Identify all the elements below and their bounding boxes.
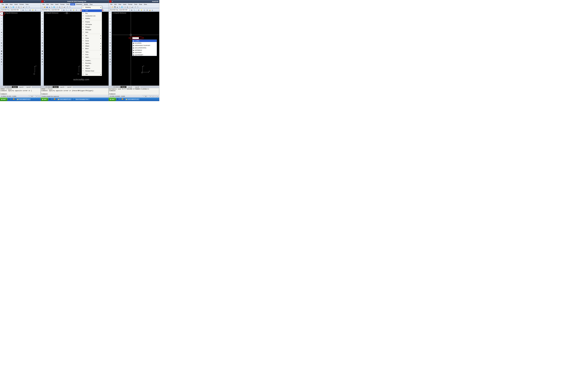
autocomplete-item[interactable]: ▦LA (LAYER) (132, 42, 157, 44)
tab-nav-next[interactable]: ▶ (8, 86, 10, 88)
draw-menu-item-circle[interactable]: ◇Circle▸ (82, 37, 102, 40)
menu-dimension[interactable]: Dimension (75, 3, 83, 6)
circle-tool-icon[interactable]: ○ (109, 28, 111, 30)
layout-tab-1[interactable]: Layout1 (126, 86, 134, 88)
plot-preview-icon[interactable]: 🔍 (51, 6, 53, 8)
new-icon[interactable] (41, 6, 44, 8)
tab-nav-last[interactable]: ⏭ (10, 86, 12, 88)
lwt-icon[interactable]: ≡ (154, 95, 156, 97)
menu-dimension[interactable]: Dime (143, 3, 148, 6)
new-icon[interactable] (109, 6, 111, 8)
tab-nav-first[interactable]: ⏮ (46, 86, 47, 88)
draw-menu-item-block[interactable]: ◇Block▸ (82, 47, 102, 50)
cut-icon[interactable]: ✂ (16, 6, 18, 8)
draw-menu-item-ray[interactable]: ◇Ray (82, 12, 102, 14)
ws-tool-icon[interactable]: 🔧 (66, 9, 68, 11)
paste-icon[interactable]: 📋 (61, 6, 63, 8)
autocomplete-item[interactable]: ▦L (LINE) (132, 40, 157, 42)
menu-edit[interactable]: Edit (5, 3, 9, 6)
menu-view[interactable]: View (9, 3, 14, 6)
ql-app-icon[interactable]: 🟠 (122, 98, 124, 100)
viewport[interactable]: [−] [Top] [2D Wireframe] Y (3, 12, 41, 86)
menu-modify[interactable]: Modify (83, 3, 89, 6)
command-window[interactable]: Automatic save to C:\DOCUME~1\THANHD~1\L… (109, 88, 159, 95)
spline-tool-icon[interactable]: ∿ (109, 34, 111, 36)
layer-prop-icon[interactable]: ☰ (29, 9, 31, 11)
menu-param[interactable]: Para (89, 3, 93, 6)
draw-menu-item-modeling[interactable]: ◇Modeling▸ (82, 6, 102, 8)
menu-tools[interactable]: Tools (133, 3, 138, 6)
taskbar-item-documents[interactable]: 📁DOCUMENTS (D:) (125, 98, 140, 101)
menubar[interactable]: File Edit View Insert Format Tools Draw … (41, 3, 108, 6)
arc-tool-icon[interactable]: ⌒ (109, 26, 111, 28)
arc-tool-icon[interactable]: ⌒ (0, 26, 3, 28)
print-icon[interactable]: 🖨 (116, 6, 118, 8)
publish-icon[interactable]: 🌐 (121, 6, 123, 8)
addselected-icon[interactable]: ◦+ (109, 63, 111, 66)
draw-menu-item-region[interactable]: ◇Region (82, 64, 102, 67)
draw-menu-item-hatch-[interactable]: ◇Hatch... (82, 56, 102, 58)
view-label[interactable]: [−] [Top] [2D Wireframe] (44, 12, 58, 14)
save-icon[interactable] (5, 6, 7, 8)
xline-tool-icon[interactable]: ⟋ (41, 15, 44, 17)
hatch-tool-icon[interactable]: ▦ (109, 50, 111, 52)
gradient-tool-icon[interactable]: ◧ (41, 52, 44, 55)
open-icon[interactable] (3, 6, 5, 8)
point-tool-icon[interactable]: • (109, 47, 111, 50)
ellipse-tool-icon[interactable]: ⬭ (41, 36, 44, 39)
circle-tool-icon[interactable]: ○ (41, 28, 44, 30)
copy-icon[interactable]: ⿻ (18, 6, 20, 8)
mtext-tool-icon[interactable]: A (109, 61, 111, 63)
save-icon[interactable]: 💾 (114, 6, 116, 8)
ortho-icon[interactable]: ⌐ (147, 95, 149, 97)
layer-light-icon[interactable]: 💡 (32, 9, 34, 11)
layer-light-icon[interactable]: 💡 (140, 9, 142, 11)
autocomplete-item[interactable]: ▦LASTPROMPT (132, 54, 157, 56)
arc-tool-icon[interactable]: ⌒ (41, 26, 44, 28)
insert-block-icon[interactable]: ⊞ (0, 42, 3, 44)
paste-icon[interactable]: 📋 (20, 6, 22, 8)
qat-dropdown-icon[interactable]: ▾ (112, 1, 113, 2)
make-block-icon[interactable]: ◫ (109, 44, 111, 47)
start-button[interactable]: ⊞start (41, 98, 48, 101)
menubar[interactable]: File Edit View Insert Format Tools (0, 3, 41, 6)
ql-desktop-icon[interactable]: 🖥 (8, 98, 10, 100)
plot-preview-icon[interactable]: 🔍 (118, 6, 121, 8)
draw-menu-item-point[interactable]: ◇Point▸ (82, 53, 102, 56)
layout-tab-model[interactable]: Model (52, 86, 59, 88)
rectangle-tool-icon[interactable]: ▭ (41, 23, 44, 25)
region-tool-icon[interactable]: ◱ (41, 55, 44, 58)
ql-desktop-icon[interactable]: 🖥 (117, 98, 119, 100)
autocomplete-item[interactable]: ▦LASTANGLE (132, 49, 157, 52)
line-tool-icon[interactable]: ╱ (41, 12, 44, 14)
layer-prop-icon[interactable]: ☰ (70, 9, 72, 11)
tab-nav-prev[interactable]: ◀ (115, 86, 117, 88)
taskbar-item-documents[interactable]: 📁DOCUMENTS (D:) (57, 98, 72, 101)
hatch-tool-icon[interactable]: ▦ (0, 50, 3, 52)
tab-nav-prev[interactable]: ◀ (6, 86, 8, 88)
polygon-tool-icon[interactable]: ⬠ (109, 20, 111, 22)
menu-edit[interactable]: Edit (113, 3, 118, 6)
workspace-combo[interactable]: AutoCAD Clas...AutoCAD 200 (109, 9, 130, 12)
layout-tab-2[interactable]: Layout2 (25, 86, 32, 88)
grid-icon[interactable]: ⊞ (145, 95, 147, 97)
ws-tool-icon[interactable]: 🔧 (134, 9, 136, 11)
open-icon[interactable] (44, 6, 46, 8)
menu-edit[interactable]: Edit (46, 3, 50, 6)
open-icon[interactable]: 📂 (112, 6, 114, 8)
polar-icon[interactable]: ✶ (36, 95, 38, 97)
ql-ie-icon[interactable]: e (119, 98, 121, 100)
taskbar-item-documents[interactable]: 📁DOCUMENTS (D:) (16, 98, 31, 101)
draw-menu-item-polyline[interactable]: ◇Polyline (82, 20, 102, 23)
draw-menu-item-table-[interactable]: ◇Table... (82, 51, 102, 53)
copy-icon[interactable]: ⿻ (58, 6, 61, 8)
menu-insert[interactable]: Insert (54, 3, 60, 6)
autocad-logo[interactable] (0, 0, 3, 3)
menubar[interactable]: File Edit View Insert Format Tools Draw … (109, 3, 159, 6)
draw-menu-dropdown[interactable]: ◇Modeling▸◇Line◇Ray◇Construction Line◇Mu… (82, 6, 102, 76)
revcloud-tool-icon[interactable]: ☁ (109, 31, 111, 33)
draw-menu-item-gradient-[interactable]: ◇Gradient... (82, 59, 102, 62)
draw-menu-item-line[interactable]: ◇Line (82, 10, 102, 12)
tab-nav-last[interactable]: ⏭ (119, 86, 120, 88)
menu-insert[interactable]: Insert (122, 3, 127, 6)
